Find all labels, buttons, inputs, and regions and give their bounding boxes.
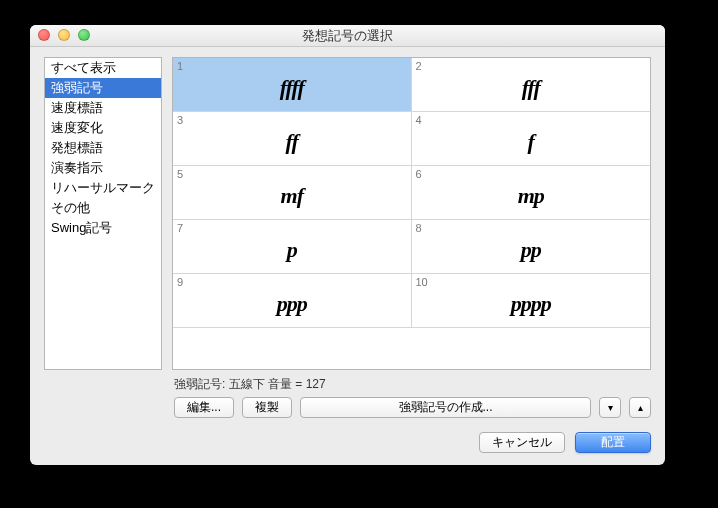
traffic-lights: [38, 29, 90, 41]
cancel-button[interactable]: キャンセル: [479, 432, 565, 453]
sidebar-item[interactable]: 演奏指示: [45, 158, 161, 178]
ok-button[interactable]: 配置: [575, 432, 651, 453]
sidebar-item[interactable]: 発想標語: [45, 138, 161, 158]
chevron-down-icon: ▾: [608, 403, 613, 413]
sidebar-item[interactable]: リハーサルマーク: [45, 178, 161, 198]
dynamic-marking: fff: [412, 75, 651, 101]
button-row: 編集... 複製 強弱記号の作成... ▾ ▴: [174, 397, 651, 418]
dynamic-marking: p: [173, 237, 411, 263]
grid-cell[interactable]: 2fff: [412, 58, 651, 112]
edit-button[interactable]: 編集...: [174, 397, 234, 418]
grid-cell[interactable]: 9ppp: [173, 274, 412, 328]
cell-number: 8: [416, 222, 422, 234]
status-text: 強弱記号: 五線下 音量 = 127: [174, 376, 651, 393]
create-button[interactable]: 強弱記号の作成...: [300, 397, 591, 418]
cell-number: 7: [177, 222, 183, 234]
cell-number: 2: [416, 60, 422, 72]
chevron-up-icon: ▴: [638, 403, 643, 413]
dynamic-marking: pp: [412, 237, 651, 263]
cell-number: 6: [416, 168, 422, 180]
grid-cell[interactable]: 6mp: [412, 166, 651, 220]
titlebar: 発想記号の選択: [30, 25, 665, 47]
content-area: すべて表示強弱記号速度標語速度変化発想標語演奏指示リハーサルマークその他Swin…: [30, 47, 665, 465]
sidebar-item[interactable]: すべて表示: [45, 58, 161, 78]
cell-number: 9: [177, 276, 183, 288]
cell-number: 5: [177, 168, 183, 180]
expression-grid[interactable]: 1ffff2fff3ff4f5mf6mp7p8pp9ppp10pppp: [172, 57, 651, 370]
grid-cell[interactable]: 4f: [412, 112, 651, 166]
minimize-icon[interactable]: [58, 29, 70, 41]
grid-cell[interactable]: 1ffff: [173, 58, 412, 112]
grid-cell[interactable]: 5mf: [173, 166, 412, 220]
sidebar-item[interactable]: Swing記号: [45, 218, 161, 238]
grid-cell[interactable]: 7p: [173, 220, 412, 274]
sidebar-item[interactable]: 速度変化: [45, 118, 161, 138]
category-sidebar[interactable]: すべて表示強弱記号速度標語速度変化発想標語演奏指示リハーサルマークその他Swin…: [44, 57, 162, 370]
footer-buttons: キャンセル 配置: [44, 432, 651, 453]
dynamic-marking: ffff: [173, 75, 411, 101]
dynamic-marking: ppp: [173, 291, 411, 317]
grid-cell[interactable]: 10pppp: [412, 274, 651, 328]
zoom-icon[interactable]: [78, 29, 90, 41]
dynamic-marking: mf: [173, 183, 411, 209]
move-down-button[interactable]: ▾: [599, 397, 621, 418]
grid-cell[interactable]: 8pp: [412, 220, 651, 274]
cell-number: 1: [177, 60, 183, 72]
dynamic-marking: f: [412, 129, 651, 155]
sidebar-item[interactable]: その他: [45, 198, 161, 218]
window-title: 発想記号の選択: [302, 27, 393, 45]
sidebar-item[interactable]: 速度標語: [45, 98, 161, 118]
sidebar-item[interactable]: 強弱記号: [45, 78, 161, 98]
grid-cell[interactable]: 3ff: [173, 112, 412, 166]
duplicate-button[interactable]: 複製: [242, 397, 292, 418]
cell-number: 4: [416, 114, 422, 126]
dialog-window: 発想記号の選択 すべて表示強弱記号速度標語速度変化発想標語演奏指示リハーサルマー…: [30, 25, 665, 465]
cell-number: 3: [177, 114, 183, 126]
dynamic-marking: mp: [412, 183, 651, 209]
move-up-button[interactable]: ▴: [629, 397, 651, 418]
dynamic-marking: pppp: [412, 291, 651, 317]
grid-wrap: 1ffff2fff3ff4f5mf6mp7p8pp9ppp10pppp: [172, 57, 651, 370]
dynamic-marking: ff: [173, 129, 411, 155]
close-icon[interactable]: [38, 29, 50, 41]
cell-number: 10: [416, 276, 428, 288]
panels: すべて表示強弱記号速度標語速度変化発想標語演奏指示リハーサルマークその他Swin…: [44, 57, 651, 370]
